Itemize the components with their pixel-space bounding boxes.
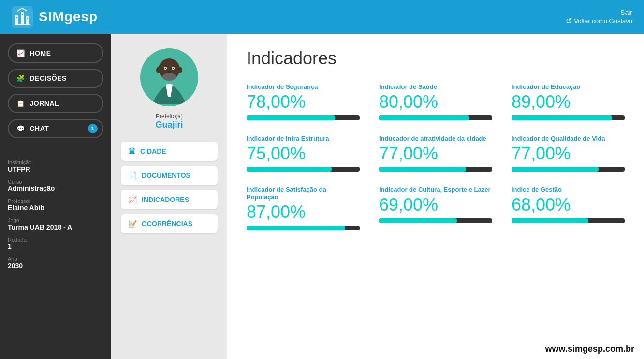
chart2-icon: 📈 [129,196,137,203]
voltar-button[interactable]: ↺ Voltar como Gustavo [566,16,632,26]
indicator-value-atratividade: 77,00% [379,144,492,163]
svg-point-15 [168,71,171,73]
svg-rect-5 [16,17,17,18]
indicator-card-seguranca: Indicador de Segurança78,00% [247,83,360,120]
jogo-value: Turma UAB 2018 - A [8,223,103,231]
journal-icon: 📋 [16,100,25,107]
indicator-label-gestao: Indice de Gestão [512,186,625,193]
indicator-label-saude: Indicador de Saúde [379,83,492,90]
svg-point-16 [162,73,176,81]
indicator-card-infra: Indicador de Infra Estrutura75,00% [247,135,360,172]
sidebar-item-jornal[interactable]: 📋 JORNAL [8,94,103,113]
side-nav-cidade[interactable]: 🏛 CIDADE [121,142,218,161]
doc-icon: 📄 [129,172,137,179]
curso-label: Curso [8,179,103,185]
indicator-bar-bg-gestao [512,218,625,223]
logo-text: SIMgesp [39,9,98,25]
ano-label: Ano [8,256,103,262]
indicator-label-cultura: Indicador de Cultura, Esporte e Lazer [379,186,492,193]
rodada-label: Rodada [8,237,103,243]
svg-point-9 [156,67,161,73]
svg-rect-4 [15,24,30,25]
sidebar-item-decisoes[interactable]: 🧩 DECISÕES [8,69,103,88]
header-right: Sair ↺ Voltar como Gustavo [566,9,632,26]
professor-label: Professor [8,198,103,204]
indicators-grid: Indicador de Segurança78,00%Indicador de… [247,83,625,230]
main-layout: 📈 HOME 🧩 DECISÕES 📋 JORNAL 💬 CHAT 1 Inst… [0,34,644,359]
indicator-bar-fill-infra [247,167,332,172]
logo: SIMgesp [12,6,98,28]
indicator-label-satisfacao: Indicador de Satisfação da População [247,186,360,201]
svg-rect-2 [21,12,24,24]
instituicao-label: Instituição [8,159,103,165]
page-title: Indicadores [247,48,625,69]
indicator-bar-fill-qualidade_vida [512,167,599,172]
logo-icon [12,6,33,28]
curso-value: Administração [8,185,103,192]
sair-button[interactable]: Sair [566,9,632,16]
side-nav-ocorrencias[interactable]: 📝 OCORRÊNCIAS [121,214,218,233]
indicator-bar-bg-educacao [512,115,625,120]
svg-rect-3 [26,16,29,24]
city-name: Guajiri [155,120,183,130]
indicator-bar-bg-atratividade [379,167,492,172]
avatar [140,48,198,106]
svg-rect-6 [22,14,23,15]
instituicao-value: UTFPR [8,165,103,173]
list-icon: 📝 [129,220,137,228]
chart-icon: 📈 [16,49,25,57]
indicator-bar-fill-seguranca [247,115,335,120]
indicator-value-infra: 75,00% [247,144,360,163]
indicator-value-educacao: 89,00% [512,92,625,112]
sidebar-info: Instituição UTFPR Curso Administração Pr… [8,154,103,270]
professor-value: Elaine Abib [8,204,103,212]
svg-rect-1 [15,15,18,24]
sidebar-item-chat[interactable]: 💬 CHAT 1 [8,119,103,138]
indicator-card-cultura: Indicador de Cultura, Esporte e Lazer69,… [379,186,492,230]
indicator-label-qualidade_vida: Indicador de Qualidade de Vida [512,135,625,142]
bank-icon: 🏛 [129,147,135,155]
indicator-card-saude: Indicador de Saúde80,00% [379,83,492,120]
indicator-value-seguranca: 78,00% [247,92,360,112]
sidebar-item-home[interactable]: 📈 HOME [8,43,103,63]
svg-point-10 [177,67,182,73]
indicator-card-atratividade: Inducador de atratividade da cidade77,00… [379,135,492,172]
content-left: Prefeito(a) Guajiri 🏛 CIDADE 📄 DOCUMENTO… [111,34,227,359]
indicator-bar-fill-atratividade [379,167,466,172]
role-label: Prefeito(a) [156,113,183,120]
header: SIMgesp Sair ↺ Voltar como Gustavo [0,0,644,34]
content-main: Indicadores Indicador de Segurança78,00%… [227,34,644,359]
indicator-value-saude: 80,00% [379,92,492,112]
svg-point-14 [173,68,174,69]
indicator-value-cultura: 69,00% [379,195,492,215]
indicator-label-atratividade: Inducador de atratividade da cidade [379,135,492,142]
chat-icon: 💬 [16,125,25,132]
sidebar: 📈 HOME 🧩 DECISÕES 📋 JORNAL 💬 CHAT 1 Inst… [0,34,111,359]
indicator-bar-bg-seguranca [247,115,360,120]
indicator-card-gestao: Indice de Gestão68,00% [512,186,625,230]
indicator-card-qualidade_vida: Indicador de Qualidade de Vida77,00% [512,135,625,172]
indicator-value-qualidade_vida: 77,00% [512,144,625,163]
side-nav-documentos[interactable]: 📄 DOCUMENTOS [121,166,218,185]
indicator-label-infra: Indicador de Infra Estrutura [247,135,360,142]
indicator-bar-bg-cultura [379,218,492,223]
voltar-icon: ↺ [566,16,572,26]
indicator-bar-bg-satisfacao [247,226,360,230]
svg-rect-7 [27,18,28,19]
indicator-bar-fill-saude [379,115,469,120]
indicator-bar-bg-infra [247,167,360,172]
indicator-value-gestao: 68,00% [512,195,625,215]
indicator-card-satisfacao: Indicador de Satisfação da População87,0… [247,186,360,230]
side-nav-indicadores[interactable]: 📈 INDICADORES [121,190,218,209]
indicator-label-educacao: Indicador de Educação [512,83,625,90]
indicator-bar-bg-qualidade_vida [512,167,625,172]
rodada-value: 1 [8,243,103,250]
indicator-card-educacao: Indicador de Educação89,00% [512,83,625,120]
indicator-bar-fill-cultura [379,218,457,223]
indicator-bar-fill-gestao [512,218,588,223]
chat-badge: 1 [88,124,98,133]
puzzle-icon: 🧩 [16,74,25,82]
footer-watermark: www.simgesp.com.br [545,344,634,354]
indicator-label-seguranca: Indicador de Segurança [247,83,360,90]
indicator-bar-fill-educacao [512,115,612,120]
